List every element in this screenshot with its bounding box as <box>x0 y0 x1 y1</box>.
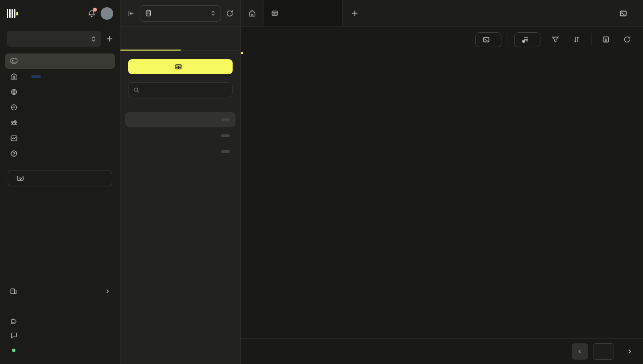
chevron-left-icon <box>577 349 583 354</box>
organization-section-label <box>0 279 120 284</box>
prev-page-button[interactable] <box>572 343 588 360</box>
sidebar-footer <box>0 314 120 364</box>
terminal-icon <box>619 10 627 17</box>
plus-icon <box>106 35 113 42</box>
avatar[interactable] <box>101 7 113 20</box>
chevron-right-icon <box>105 288 110 294</box>
table-list-item-hackernews[interactable] <box>125 128 236 143</box>
sidebar-header <box>0 0 120 27</box>
funnel-icon <box>551 36 559 43</box>
selection-range <box>241 52 242 53</box>
refresh-tables-button[interactable] <box>226 10 234 17</box>
sort-button[interactable] <box>568 32 585 47</box>
insert-row-icon <box>522 36 529 43</box>
sidebar-divider <box>0 307 120 307</box>
help-icon <box>10 150 18 157</box>
sidebar-item-chat-support[interactable] <box>5 328 115 343</box>
sidebar-item-monitoring[interactable] <box>5 130 115 146</box>
sidebar-item-backups[interactable] <box>5 100 115 115</box>
tables-panel <box>120 0 241 364</box>
settings-icon <box>10 119 18 127</box>
connect-icon <box>16 174 24 182</box>
app-window <box>0 0 643 364</box>
sidebar <box>0 0 120 364</box>
tab-queries[interactable] <box>181 27 241 50</box>
chat-bubble-icon <box>10 332 18 339</box>
engine-badge <box>221 134 230 137</box>
sidebar-item-data-sources[interactable] <box>5 84 115 100</box>
terminal-icon <box>483 36 490 43</box>
sort-arrows-icon <box>573 36 580 43</box>
home-button[interactable] <box>241 0 263 26</box>
new-tab-button[interactable] <box>343 0 366 26</box>
sidebar-item-sql-console[interactable] <box>5 53 115 69</box>
sidebar-item-help[interactable] <box>5 146 115 161</box>
add-workspace-button[interactable] <box>106 35 113 42</box>
clickhouse-logo-icon <box>7 9 18 18</box>
backups-icon <box>10 104 18 111</box>
refresh-icon <box>226 10 234 17</box>
toolbar-divider <box>591 33 591 46</box>
table-grid-icon <box>175 63 182 70</box>
table-grid-icon <box>271 10 278 17</box>
search-icon <box>133 87 140 93</box>
engine-badge <box>221 118 230 121</box>
refresh-data-button[interactable] <box>619 32 635 47</box>
create-query-button[interactable] <box>475 32 501 47</box>
meetups-icon <box>10 287 17 295</box>
pagination <box>572 343 635 360</box>
selection-focused-cell <box>241 52 243 54</box>
refresh-icon <box>623 36 631 43</box>
plus-icon <box>351 10 358 17</box>
collapse-panel-button[interactable] <box>127 10 135 17</box>
document-tabbar <box>241 0 643 27</box>
toolbar-divider <box>508 33 508 46</box>
table-list-item-cell-towers[interactable] <box>125 112 236 127</box>
engine-badge <box>221 150 230 153</box>
workspace-select[interactable] <box>7 31 101 47</box>
notification-dot <box>93 8 97 12</box>
integrations-icon <box>10 317 18 325</box>
insert-row-button[interactable] <box>514 32 540 47</box>
grid-footer <box>241 338 643 364</box>
database-select[interactable] <box>140 5 221 22</box>
tables-panel-topbar <box>120 0 240 27</box>
data-grid <box>241 52 643 338</box>
main-area <box>241 0 643 364</box>
home-icon <box>248 9 256 17</box>
download-button[interactable] <box>598 32 614 47</box>
sidebar-nav <box>0 53 120 161</box>
filter-button[interactable] <box>547 32 564 47</box>
table-titlebar <box>241 27 643 52</box>
system-status-item[interactable] <box>5 343 115 357</box>
sidebar-item-dashboards[interactable] <box>5 69 115 84</box>
new-table-button[interactable] <box>128 59 233 74</box>
sidebar-item-meetups[interactable] <box>5 284 115 299</box>
connect-button[interactable] <box>8 170 112 186</box>
database-icon <box>145 10 152 17</box>
monitoring-icon <box>10 134 18 142</box>
notifications-bell-icon[interactable] <box>86 8 97 19</box>
tab-cell-towers[interactable] <box>263 0 343 26</box>
data-sources-icon <box>10 88 18 96</box>
chevron-updown-icon <box>210 10 216 16</box>
console-icon <box>10 57 18 65</box>
search-input[interactable] <box>144 86 227 93</box>
chevron-updown-icon <box>91 36 96 42</box>
chevron-right-icon <box>627 349 632 354</box>
page-number-input[interactable] <box>593 343 614 360</box>
table-list-item-stocks-stream[interactable] <box>125 144 236 159</box>
tab-tables[interactable] <box>120 27 181 50</box>
collapse-left-icon <box>127 10 135 17</box>
next-page-button[interactable] <box>624 347 635 356</box>
beta-badge <box>31 75 41 78</box>
tables-panel-tabs <box>120 27 240 51</box>
queries-button[interactable] <box>608 0 643 26</box>
status-green-dot-icon <box>12 349 15 352</box>
sidebar-item-integrations[interactable] <box>5 314 115 328</box>
download-icon <box>602 36 610 43</box>
search-resources-box[interactable] <box>128 82 233 97</box>
sidebar-item-settings[interactable] <box>5 115 115 130</box>
dashboards-icon <box>10 73 18 80</box>
